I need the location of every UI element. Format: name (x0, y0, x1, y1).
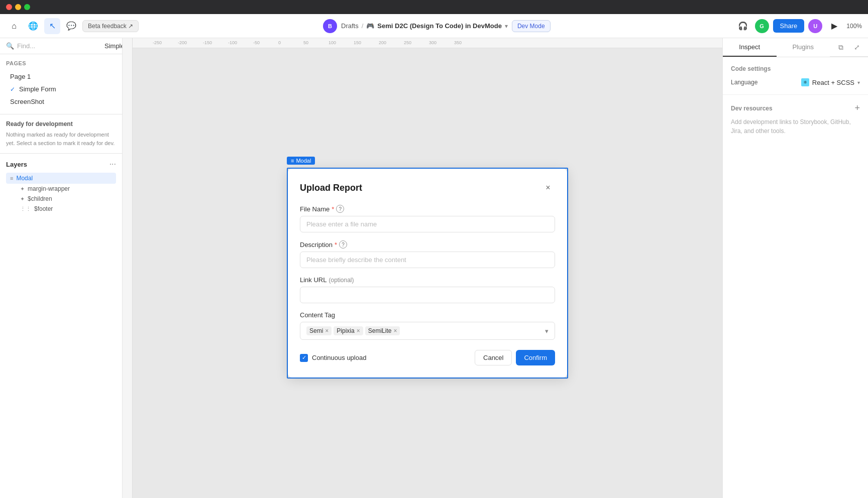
search-input[interactable] (17, 42, 101, 50)
page-item-simple-form[interactable]: Simple Form (6, 83, 116, 95)
tags-dropdown-icon[interactable]: ▾ (545, 327, 549, 335)
dev-resources-add-icon[interactable]: + (854, 103, 860, 113)
modal-close-button[interactable]: × (541, 181, 555, 195)
link-url-input[interactable] (300, 287, 555, 303)
dev-resources-section: Dev resources + Add development links to… (723, 95, 868, 144)
tags-input[interactable]: Semi × Pipixia × SemiLite × (300, 322, 555, 340)
left-panel: 🔍 Simple Form ▾ Pages Page 1 Simple Form… (0, 38, 123, 498)
react-logo: ⚛ (801, 78, 809, 86)
canvas-content: ≡ Modal Upload Report × (133, 48, 722, 498)
user-avatar: B (323, 19, 337, 33)
ready-section: Ready for development Nothing marked as … (0, 114, 122, 153)
language-value: React + SCSS (812, 79, 854, 86)
description-group: Description * ? (300, 240, 555, 268)
file-name-group: File Name * ? (300, 205, 555, 232)
layer-margin-wrapper[interactable]: ✦ margin-wrapper (16, 184, 116, 194)
dev-resources-header: Dev resources + (731, 103, 860, 113)
browser-icon[interactable]: 🌐 (25, 18, 41, 34)
right-tabs: Inspect Plugins ⧉ ⤢ (723, 38, 868, 57)
tab-plugins[interactable]: Plugins (777, 38, 830, 57)
tab-inspect[interactable]: Inspect (723, 38, 777, 57)
tag-pipixia: Pipixia × (334, 326, 363, 335)
modal-frame-icon: ≡ (291, 158, 294, 164)
footer-buttons: Cancel Confirm (475, 350, 555, 365)
link-url-label: Link URL (optional) (300, 276, 555, 284)
copy-icon[interactable]: ⧉ (834, 40, 848, 54)
description-input[interactable] (300, 252, 555, 268)
zoom-level: 100% (846, 23, 862, 30)
link-url-group: Link URL (optional) (300, 276, 555, 303)
home-icon[interactable]: ⌂ (6, 18, 22, 34)
content-tag-group: Content Tag Semi × Pipixia × (300, 311, 555, 340)
ruler-vertical (123, 38, 133, 498)
language-label: Language (731, 79, 757, 86)
breadcrumb: Drafts / 🎮 Semi D2C (Design To Code) in … (341, 22, 508, 30)
modal-frame-wrapper: ≡ Modal Upload Report × (287, 168, 568, 379)
tag-semilite-close[interactable]: × (393, 327, 397, 334)
speech-icon[interactable]: 💬 (63, 18, 79, 34)
collab-avatar: G (755, 19, 769, 33)
layer-children-icon: ✦ (20, 196, 25, 202)
tag-semi: Semi × (306, 326, 332, 335)
cancel-button[interactable]: Cancel (475, 350, 512, 365)
page-item-screenshot[interactable]: ScreenShot (6, 95, 116, 108)
layer-children[interactable]: ✦ $children (16, 194, 116, 204)
ready-title: Ready for development (6, 120, 116, 128)
layers-more-icon[interactable]: ··· (110, 160, 116, 169)
minimize-dot[interactable] (15, 4, 21, 10)
expand-icon[interactable]: ⤢ (850, 40, 864, 54)
canvas: -250 -200 -150 -100 -50 0 50 100 150 200… (123, 38, 722, 498)
window-controls[interactable] (6, 4, 30, 10)
continuous-upload-checkbox[interactable]: ✓ (300, 354, 308, 362)
code-settings-title: Code settings (731, 65, 860, 72)
main-layout: 🔍 Simple Form ▾ Pages Page 1 Simple Form… (0, 38, 868, 498)
titlebar (0, 0, 868, 14)
toolbar-left: ⌂ 🌐 ↖ 💬 Beta feedback ↗ (6, 18, 139, 34)
share-button[interactable]: Share (773, 19, 805, 33)
pages-title: Pages (6, 60, 116, 66)
user-avatar-2: U (808, 19, 822, 33)
file-name-help-icon[interactable]: ? (336, 205, 344, 213)
cursor-icon[interactable]: ↖ (44, 18, 60, 34)
dev-mode-button[interactable]: Dev Mode (512, 20, 551, 32)
continuous-upload-label: Continuous upload (312, 354, 366, 361)
content-tag-label: Content Tag (300, 311, 555, 319)
tag-semilite: SemiLite × (365, 326, 400, 335)
pages-section: Pages Page 1 Simple Form ScreenShot (0, 54, 122, 114)
search-bar[interactable]: 🔍 Simple Form ▾ (0, 38, 122, 54)
breadcrumb-chevron: ▾ (505, 23, 508, 30)
toolbar-right: 🎧 G Share U ▶ 100% (735, 18, 862, 34)
modal-header: Upload Report × (300, 181, 555, 195)
headphone-icon[interactable]: 🎧 (735, 18, 751, 34)
modal-frame-label: ≡ Modal (287, 157, 315, 165)
file-name-required: * (332, 205, 334, 213)
tag-pipixia-close[interactable]: × (357, 327, 360, 334)
beta-feedback-button[interactable]: Beta feedback ↗ (82, 20, 139, 32)
confirm-button[interactable]: Confirm (516, 350, 555, 365)
beta-feedback-label: Beta feedback ↗ (88, 23, 133, 30)
close-icon: × (546, 183, 550, 192)
close-dot[interactable] (6, 4, 12, 10)
layers-title: Layers (6, 161, 27, 168)
play-icon[interactable]: ▶ (826, 18, 842, 34)
checkmark-icon: ✓ (302, 354, 306, 361)
modal-footer: ✓ Continuous upload Cancel Confirm (300, 350, 555, 365)
file-name-input[interactable] (300, 216, 555, 232)
breadcrumb-page: Semi D2C (Design To Code) in DevMode (377, 22, 502, 30)
tag-semi-close[interactable]: × (325, 327, 329, 334)
right-panel: Inspect Plugins ⧉ ⤢ Code settings Langua… (722, 38, 868, 498)
toolbar: ⌂ 🌐 ↖ 💬 Beta feedback ↗ B Drafts / 🎮 Sem… (0, 14, 868, 38)
page-item-page1[interactable]: Page 1 (6, 70, 116, 83)
code-settings-section: Code settings Language ⚛ React + SCSS ▾ (723, 57, 868, 95)
maximize-dot[interactable] (24, 4, 30, 10)
description-help-icon[interactable]: ? (339, 240, 347, 248)
modal-title: Upload Report (300, 183, 362, 193)
file-name-label: File Name * ? (300, 205, 555, 213)
dev-resources-title: Dev resources (731, 105, 773, 112)
layer-modal-icon: ≡ (10, 175, 13, 181)
layer-modal[interactable]: ≡ Modal (6, 173, 116, 184)
link-url-optional: (optional) (329, 277, 354, 284)
breadcrumb-icon: 🎮 (366, 22, 374, 30)
language-selector[interactable]: ⚛ React + SCSS ▾ (801, 78, 860, 86)
layer-footer[interactable]: ⋮⋮ $footer (16, 204, 116, 214)
